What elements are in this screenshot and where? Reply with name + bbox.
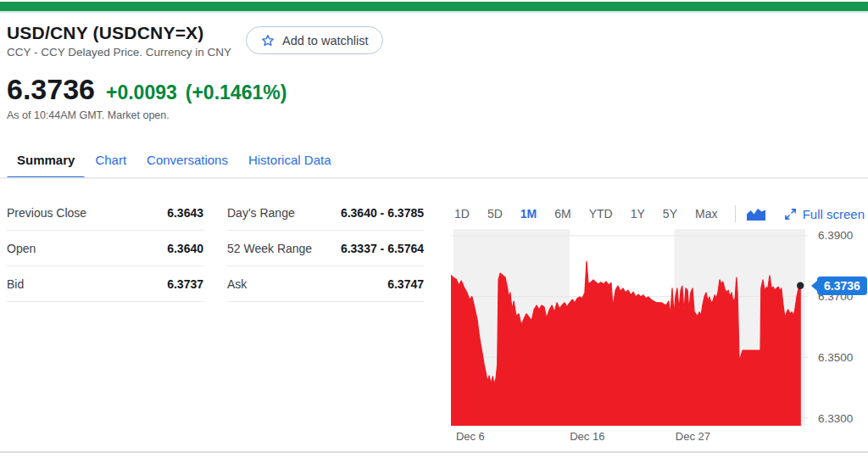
- stat-row-days-range: Day's Range 6.3640 - 6.3785: [227, 195, 424, 231]
- stat-row-ask: Ask 6.3747: [227, 266, 424, 302]
- tab-historical-data[interactable]: Historical Data: [238, 144, 342, 179]
- price-change: +0.0093(+0.1461%): [106, 81, 287, 104]
- chart-controls: 1D 5D 1M 6M YTD 1Y 5Y Max Full screen: [451, 204, 868, 224]
- range-5d[interactable]: 5D: [487, 207, 503, 221]
- stat-value: 6.3640 - 6.3785: [341, 206, 424, 220]
- top-accent-bar-glow: [0, 11, 868, 13]
- stat-row-52-week-range: 52 Week Range 6.3337 - 6.5764: [227, 231, 424, 266]
- bottom-divider: [0, 451, 868, 453]
- tab-chart[interactable]: Chart: [85, 144, 136, 179]
- stat-value: 6.3643: [167, 206, 203, 220]
- add-to-watchlist-button[interactable]: Add to watchlist: [246, 26, 383, 54]
- tab-bar: Summary Chart Conversations Historical D…: [7, 144, 341, 179]
- y-axis-label: 6.3500: [818, 349, 853, 366]
- quote-subtitle: CCY - CCY Delayed Price. Currency in CNY: [7, 46, 231, 59]
- stat-value: 6.3640: [167, 242, 203, 255]
- stat-label: Open: [7, 242, 36, 255]
- y-axis: 6.39006.37006.35006.3300: [818, 229, 868, 426]
- stat-row-open: Open 6.3640: [7, 231, 203, 266]
- chart-type-button[interactable]: [746, 207, 766, 221]
- range-1y[interactable]: 1Y: [631, 207, 645, 221]
- stats-left-column: Previous Close 6.3643 Open 6.3640 Bid 6.…: [7, 195, 203, 302]
- stat-label: Previous Close: [7, 206, 86, 220]
- stat-label: Day's Range: [227, 206, 295, 220]
- price-chart-svg: [451, 229, 808, 426]
- star-icon: [260, 33, 275, 48]
- stat-label: Ask: [227, 277, 247, 291]
- watchlist-label: Add to watchlist: [282, 34, 369, 47]
- yahoo-finance-quote-page: USD/CNY (USDCNY=X) CCY - CCY Delayed Pri…: [0, 0, 868, 458]
- range-1d[interactable]: 1D: [454, 207, 470, 221]
- current-price: 6.3736: [7, 73, 95, 106]
- page-title: USD/CNY (USDCNY=X): [7, 23, 231, 43]
- stats-right-column: Day's Range 6.3640 - 6.3785 52 Week Rang…: [227, 195, 424, 302]
- quote-statistics: Previous Close 6.3643 Open 6.3640 Bid 6.…: [7, 195, 424, 302]
- controls-divider: [735, 205, 736, 222]
- stat-value: 6.3337 - 6.5764: [341, 242, 424, 255]
- expand-arrows-icon: [784, 208, 797, 221]
- stat-label: 52 Week Range: [227, 242, 312, 255]
- top-accent-bar: [0, 2, 868, 11]
- x-axis: Dec 6Dec 16Dec 27: [451, 430, 808, 445]
- x-axis-label: Dec 27: [676, 430, 710, 443]
- price-row: 6.3736 +0.0093(+0.1461%): [7, 73, 287, 106]
- area-chart-icon: [746, 207, 766, 221]
- full-screen-label: Full screen: [803, 207, 865, 221]
- y-axis-label: 6.3900: [818, 227, 853, 243]
- x-axis-label: Dec 16: [570, 430, 604, 443]
- current-price-badge: 6.3736: [817, 276, 867, 295]
- change-percent: (+0.1461%): [186, 81, 287, 103]
- stat-row-previous-close: Previous Close 6.3643: [7, 195, 203, 231]
- as-of-note: As of 10:44AM GMT. Market open.: [7, 109, 170, 121]
- range-1m[interactable]: 1M: [520, 207, 537, 221]
- tab-bar-divider: [0, 177, 868, 179]
- tab-summary[interactable]: Summary: [7, 144, 85, 179]
- range-max[interactable]: Max: [695, 207, 717, 221]
- tab-conversations[interactable]: Conversations: [136, 144, 238, 179]
- quote-header: USD/CNY (USDCNY=X) CCY - CCY Delayed Pri…: [7, 23, 231, 59]
- change-absolute: +0.0093: [106, 81, 177, 103]
- range-5y[interactable]: 5Y: [663, 207, 677, 221]
- stat-row-bid: Bid 6.3737: [7, 266, 203, 302]
- price-chart[interactable]: 6.39006.37006.35006.3300 6.3736 Dec 6Dec…: [451, 229, 868, 448]
- stat-value: 6.3747: [387, 277, 424, 291]
- chart-module: 1D 5D 1M 6M YTD 1Y 5Y Max Full screen: [451, 204, 868, 448]
- y-axis-label: 6.3300: [818, 411, 853, 427]
- range-6m[interactable]: 6M: [554, 207, 570, 221]
- stat-label: Bid: [7, 277, 24, 291]
- x-axis-label: Dec 6: [456, 430, 485, 443]
- stat-value: 6.3737: [167, 277, 203, 291]
- full-screen-button[interactable]: Full screen: [784, 207, 868, 221]
- range-ytd[interactable]: YTD: [589, 207, 613, 221]
